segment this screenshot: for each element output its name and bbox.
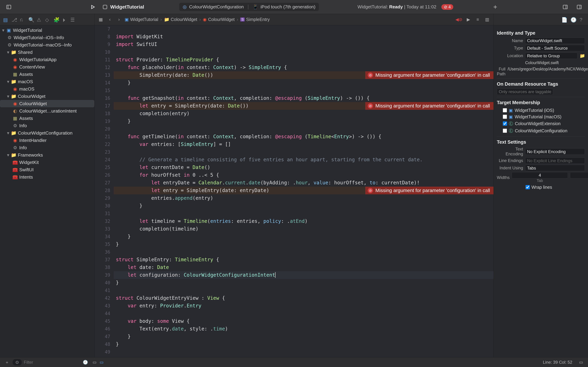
tab-width-stepper[interactable] bbox=[512, 172, 568, 178]
code-line[interactable]: } bbox=[114, 202, 493, 210]
code-line[interactable]: func getTimeline(in context: Context, co… bbox=[114, 133, 493, 141]
related-items-icon[interactable]: ▦ bbox=[97, 16, 104, 23]
project-title[interactable]: WidgetTutorial bbox=[110, 4, 144, 10]
error-banner[interactable]: ⊘Missing argument for parameter 'configu… bbox=[365, 71, 493, 79]
wrap-lines-check[interactable]: Wrap lines bbox=[497, 184, 585, 191]
target-check-ios[interactable]: ▣WidgetTutorial (iOS) bbox=[497, 107, 585, 114]
toggle-inspector-icon[interactable] bbox=[576, 3, 583, 10]
target-check-ext[interactable]: ⒺColourWidgetExtension bbox=[497, 120, 585, 127]
tree-group-colourwidget[interactable]: ▾📁ColourWidget bbox=[0, 93, 94, 100]
name-field[interactable] bbox=[525, 38, 585, 44]
choose-location-icon[interactable]: 📁 bbox=[579, 52, 585, 59]
code-line[interactable]: } bbox=[114, 333, 493, 341]
code-line[interactable] bbox=[114, 87, 493, 94]
code-line[interactable]: } bbox=[114, 233, 493, 241]
code-area[interactable]: import WidgetKitimport SwiftUIstruct Pro… bbox=[114, 25, 493, 357]
error-banner[interactable]: ⊘Missing argument for parameter 'configu… bbox=[365, 102, 493, 110]
code-line[interactable]: func getSnapshot(in context: Context, co… bbox=[114, 94, 493, 102]
code-line[interactable]: } bbox=[114, 341, 493, 348]
code-line[interactable]: let currentDate = Date() bbox=[114, 164, 493, 171]
lineendings-select[interactable]: No Explicit Line Endings bbox=[525, 158, 585, 164]
library-icon[interactable] bbox=[562, 3, 569, 10]
code-line[interactable]: for hourOffset in 0 ..< 5 { bbox=[114, 171, 493, 179]
code-line[interactable]: // Generate a timeline consisting of fiv… bbox=[114, 156, 493, 164]
code-line[interactable]: let date: Date bbox=[114, 264, 493, 271]
code-line[interactable]: let timeline = Timeline(entries: entries… bbox=[114, 217, 493, 225]
type-select[interactable]: Default - Swift Source bbox=[525, 45, 585, 51]
code-line[interactable] bbox=[114, 248, 493, 256]
code-line[interactable]: } bbox=[114, 79, 493, 87]
code-line[interactable] bbox=[114, 310, 493, 317]
add-button[interactable] bbox=[492, 3, 499, 10]
target-check-macos[interactable]: ▣WidgetTutorial (macOS) bbox=[497, 114, 585, 120]
code-line[interactable]: Text(entry.date, style: .time) bbox=[114, 325, 493, 333]
location-select[interactable]: Relative to Group bbox=[525, 53, 578, 59]
debug-navigator-icon[interactable]: 🧩 bbox=[53, 17, 59, 22]
tree-item[interactable]: ◐ColourWidget…urationIntent bbox=[0, 107, 94, 115]
toggle-navigator-icon[interactable] bbox=[5, 3, 12, 10]
add-file-icon[interactable]: ＋ bbox=[3, 359, 10, 366]
error-badge[interactable]: ⊘ 4 bbox=[441, 4, 453, 10]
code-line[interactable]: struct Provider: TimelineProvider { bbox=[114, 56, 493, 64]
tree-item[interactable]: ⚙Info bbox=[0, 122, 94, 129]
code-line[interactable] bbox=[114, 148, 493, 156]
code-line[interactable] bbox=[114, 210, 493, 217]
run-button[interactable] bbox=[89, 3, 96, 10]
code-line[interactable]: struct SimpleEntry: TimelineEntry { bbox=[114, 256, 493, 264]
code-line[interactable] bbox=[114, 125, 493, 133]
code-line[interactable]: } bbox=[114, 117, 493, 125]
code-line[interactable]: let entry = SimpleEntry(date: Date())⊘Mi… bbox=[114, 102, 493, 110]
tree-item[interactable]: 🧰WidgetKit bbox=[0, 159, 94, 166]
code-line[interactable]: struct ColourWidgetEntryView : View { bbox=[114, 294, 493, 302]
error-step-back-icon[interactable]: ◀⊘ bbox=[455, 16, 462, 23]
code-line[interactable]: completion(timeline) bbox=[114, 225, 493, 233]
target-check-config[interactable]: ⒺColourWidgetConfiguration bbox=[497, 127, 585, 134]
tree-item[interactable]: ▦Assets bbox=[0, 115, 94, 122]
code-line[interactable]: func placeholder(in context: Context) ->… bbox=[114, 64, 493, 71]
project-navigator-icon[interactable]: ▤ bbox=[3, 17, 9, 22]
code-line[interactable]: SimpleEntry(date: Date())⊘Missing argume… bbox=[114, 71, 493, 79]
code-line[interactable] bbox=[114, 48, 493, 56]
filter-input[interactable] bbox=[24, 360, 59, 365]
code-line[interactable]: completion(entry) bbox=[114, 110, 493, 117]
tree-group-config[interactable]: ▾📁ColourWidgetConfiguration bbox=[0, 129, 94, 137]
tree-item[interactable]: 🧰SwiftUI bbox=[0, 166, 94, 173]
code-line[interactable] bbox=[114, 287, 493, 294]
code-line[interactable] bbox=[114, 348, 493, 356]
tree-item-selected[interactable]: ◉ColourWidget bbox=[0, 100, 94, 107]
tree-item[interactable]: 🧰Intents bbox=[0, 173, 94, 181]
history-inspector-icon[interactable]: 🕘 bbox=[571, 17, 576, 22]
jump-crumb-project[interactable]: ▣ WidgetTutorial bbox=[125, 17, 158, 22]
code-line[interactable]: import SwiftUI bbox=[114, 41, 493, 48]
filter-scope-pill[interactable]: ⊙ bbox=[13, 359, 22, 366]
recent-filter-icon[interactable]: 🕘 bbox=[82, 359, 89, 366]
scheme-selector[interactable]: ◎ ColourWidgetConfiguration 📱 iPod touch… bbox=[179, 3, 319, 11]
tree-item[interactable]: ◉IntentHandler bbox=[0, 137, 94, 144]
code-line[interactable]: let entry = SimpleEntry(date: entryDate)… bbox=[114, 187, 493, 194]
code-line[interactable]: } bbox=[114, 241, 493, 248]
breakpoint-navigator-icon[interactable]: ⏵ bbox=[62, 17, 67, 22]
tree-item[interactable]: ◉WidgetTutorialApp bbox=[0, 56, 94, 63]
jump-crumb-symbol[interactable]: S SimpleEntry bbox=[240, 17, 270, 22]
tree-root[interactable]: ▾▣WidgetTutorial bbox=[0, 26, 94, 34]
code-line[interactable]: entries.append(entry) bbox=[114, 194, 493, 202]
indent-using-select[interactable]: Tabs bbox=[525, 165, 585, 171]
tree-group-macos[interactable]: ▾📁macOS bbox=[0, 78, 94, 85]
code-editor[interactable]: 7891011121314151617181920212223242526272… bbox=[95, 25, 493, 357]
error-step-fwd-icon[interactable]: ▶ bbox=[465, 16, 472, 23]
indent-width-stepper[interactable] bbox=[570, 172, 588, 178]
code-line[interactable]: } bbox=[114, 279, 493, 287]
tree-item[interactable]: ⚙Info bbox=[0, 144, 94, 151]
code-line[interactable]: let entryDate = Calendar.current.date(by… bbox=[114, 179, 493, 187]
toggle-debug-area-icon[interactable]: ▭ bbox=[578, 359, 585, 366]
code-line[interactable] bbox=[114, 25, 493, 33]
tree-item[interactable]: ⚙WidgetTutorial--iOS--Info bbox=[0, 34, 94, 41]
code-line[interactable]: var body: some View { bbox=[114, 317, 493, 325]
adjust-editor-icon[interactable]: ▥ bbox=[484, 16, 491, 23]
jump-crumb-file[interactable]: ◉ ColourWidget bbox=[203, 17, 234, 22]
tree-item[interactable]: ◉macOS bbox=[0, 85, 94, 93]
jump-crumb-folder[interactable]: 📁 ColourWidget bbox=[164, 17, 197, 22]
forward-icon[interactable]: › bbox=[115, 16, 122, 23]
tree-group-frameworks[interactable]: ▾📁Frameworks bbox=[0, 151, 94, 159]
find-navigator-icon[interactable]: 🔍 bbox=[28, 17, 34, 22]
